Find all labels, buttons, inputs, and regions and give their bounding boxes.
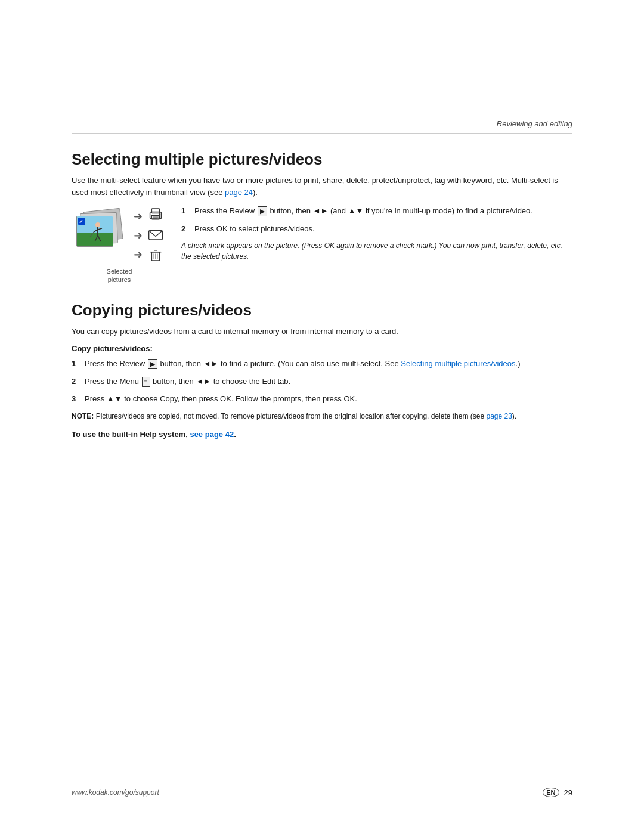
italic-note: A check mark appears on the picture. (Pr…: [181, 240, 572, 262]
copy-step3-number: 3: [72, 393, 80, 405]
page-header: Reviewing and editing: [72, 119, 572, 134]
footer-url: www.kodak.com/go/support: [72, 788, 159, 797]
help-system-link[interactable]: see page 42: [190, 430, 234, 439]
copy-step1: 1 Press the Review ▶ button, then ◄► to …: [72, 358, 572, 370]
step1-content: Press the Review ▶ button, then ◄► (and …: [194, 205, 572, 217]
arrow3: ➜: [134, 249, 143, 260]
page23-link[interactable]: page 23: [486, 412, 512, 420]
copy-step3: 3 Press ▲▼ to choose Copy, then press OK…: [72, 393, 572, 405]
svg-rect-12: [151, 209, 159, 213]
selecting-link[interactable]: Selecting multiple pictures/videos: [401, 359, 515, 368]
copy-step2-number: 2: [72, 376, 80, 388]
pic-card-front: ✓: [76, 216, 113, 247]
menu-button-icon: ≡: [142, 377, 150, 387]
svg-text:✓: ✓: [79, 219, 83, 225]
arrow1: ➜: [134, 211, 143, 222]
note-paragraph: NOTE: Pictures/videos are copied, not mo…: [72, 411, 572, 422]
icons-column: [147, 205, 164, 265]
svg-point-16: [159, 213, 160, 215]
arrows-column: ➜ ➜ ➜: [134, 205, 143, 265]
section1-intro: Use the multi-select feature when you ha…: [72, 175, 572, 198]
section2-intro: You can copy pictures/videos from a card…: [72, 326, 572, 337]
header-section-title: Reviewing and editing: [497, 119, 572, 128]
review-button-icon: ▶: [258, 206, 267, 216]
arrow2: ➜: [134, 230, 143, 241]
printer-icon: [147, 208, 164, 221]
page-number: 29: [564, 788, 572, 797]
illustration-area: ✓ ➜ ➜ ➜: [72, 205, 167, 284]
email-icon: [147, 228, 164, 242]
step2-number: 2: [181, 223, 190, 235]
step1-number: 1: [181, 205, 190, 217]
review-button-icon2: ▶: [148, 359, 157, 369]
page: Reviewing and editing Selecting multiple…: [0, 0, 644, 833]
pic-card-inner: ✓: [77, 216, 113, 246]
page-footer: www.kodak.com/go/support EN 29: [72, 788, 572, 797]
copy-subheading: Copy pictures/videos:: [72, 344, 572, 353]
en-badge: EN: [543, 788, 559, 797]
steps-area: 1 Press the Review ▶ button, then ◄► (an…: [181, 205, 572, 262]
selected-label: Selected pictures: [107, 267, 132, 284]
svg-rect-1: [77, 233, 113, 246]
copy-step1-content: Press the Review ▶ button, then ◄► to fi…: [85, 358, 572, 370]
note-label: NOTE:: [72, 412, 94, 420]
copy-step3-content: Press ▲▼ to choose Copy, then press OK. …: [85, 393, 572, 405]
section2-heading: Copying pictures/videos: [72, 301, 572, 320]
copy-step1-number: 1: [72, 358, 80, 370]
picture-stack: ✓: [75, 210, 129, 258]
page24-link[interactable]: page 24: [225, 188, 253, 197]
copy-step2: 2 Press the Menu ≡ button, then ◄► to ch…: [72, 376, 572, 388]
illustration-row: ✓ ➜ ➜ ➜: [75, 205, 164, 265]
multi-select-layout: ✓ ➜ ➜ ➜: [72, 205, 572, 284]
trash-icon: [147, 249, 164, 262]
step1: 1 Press the Review ▶ button, then ◄► (an…: [181, 205, 572, 217]
golf-scene-svg: ✓: [77, 216, 113, 246]
footer-page-number-area: EN 29: [543, 788, 572, 797]
step2: 2 Press OK to select pictures/videos.: [181, 223, 572, 235]
svg-point-2: [95, 222, 100, 227]
step2-content: Press OK to select pictures/videos.: [194, 223, 572, 235]
copy-step2-content: Press the Menu ≡ button, then ◄► to choo…: [85, 376, 572, 388]
section1-heading: Selecting multiple pictures/videos: [72, 150, 572, 169]
cta-paragraph: To use the built-in Help system, see pag…: [72, 430, 572, 439]
